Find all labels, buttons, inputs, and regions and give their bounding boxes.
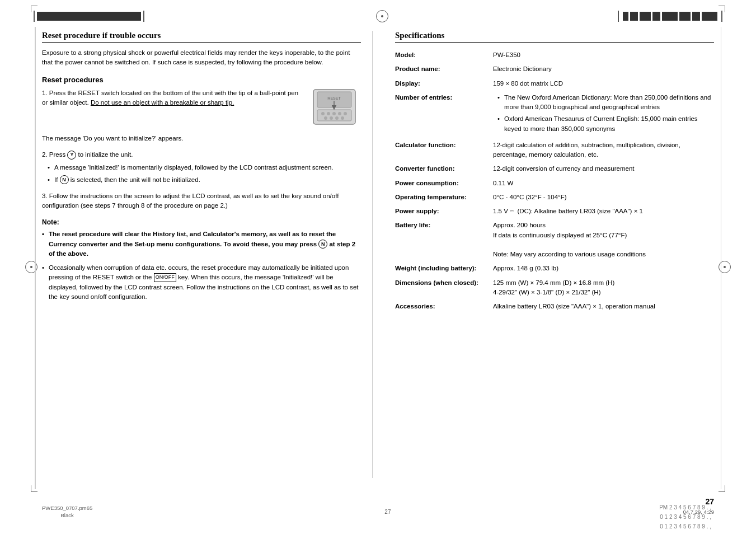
spec-value-operating-temp: 0°C - 40°C (32°F - 104°F) [493,190,714,204]
page: Reset procedure if trouble occurs Exposu… [0,0,756,534]
spec-label-dimensions: Dimensions (when closed): [395,276,493,300]
note-2-text: Occasionally when corruption of data etc… [49,264,359,300]
number-seq-1: PM 2 3 4 5 6 7 8 9 . , [659,503,711,512]
spec-label-model: Model: [395,48,493,62]
step-3-text: 3. Follow the instructions on the screen… [42,191,361,211]
right-section-heading: Specifications [395,31,714,43]
spec-row-power-supply: Power supply: 1.5 V ⎓ (DC): Alkaline bat… [395,204,714,218]
svg-point-9 [330,116,333,120]
note-label: Note: [42,218,361,226]
svg-point-3 [321,112,325,115]
spec-row-battery: Battery life: Approx. 200 hours If data … [395,218,714,261]
spec-label-weight: Weight (including battery): [395,261,493,275]
spec-value-model: PW-E350 [493,48,714,62]
bar-block [692,12,700,21]
key-y: Y [67,151,76,160]
note-box: Note: The reset procedure will clear the… [42,218,361,302]
note-2: Occasionally when corruption of data etc… [42,263,361,302]
key-n-inline: N [60,175,69,184]
spec-row-model: Model: PW-E350 [395,48,714,62]
number-seq-3: 0 1 2 3 4 5 6 7 8 9 . , [659,522,711,531]
bar-edge-right [721,11,722,22]
step-3: 3. Follow the instructions on the screen… [42,191,361,211]
bar-edge [618,11,619,22]
spec-value-accessories: Alkaline battery LR03 (size "AAA") × 1, … [493,299,714,313]
left-section-heading: Reset procedure if trouble occurs [42,31,361,43]
bar-block [640,12,651,21]
bar-block [623,12,628,21]
bar-block [83,12,91,21]
center-crosshair-container [147,10,618,22]
step-2-bullets: A message 'Initialized!' is momentarily … [48,163,361,185]
number-seq-2: 0 1 2 3 4 5 6 7 8 9 . , [659,512,711,522]
bar-block [118,12,125,21]
top-decorative-bar [34,10,722,22]
center-crosshair-icon [376,10,388,22]
spec-row-dimensions: Dimensions (when closed): 125 mm (W) × 7… [395,276,714,300]
spec-label-accessories: Accessories: [395,299,493,313]
crosshair-circle [25,261,37,273]
bar-block [72,12,83,21]
note-list: The reset procedure will clear the Histo… [42,229,361,302]
corner-br [719,485,725,492]
svg-point-8 [324,116,327,120]
step-1-image: RESET [311,88,361,130]
step-2-text: 2. Press Y to initialize the unit. [42,150,361,160]
note-1-text: The reset procedure will clear the Histo… [49,231,355,257]
spec-value-calc: 12-digit calculation of addition, subtra… [493,138,714,162]
spec-row-entries: Number of entries: The New Oxford Americ… [395,91,714,138]
svg-rect-2 [317,110,351,121]
spec-value-entries: The New Oxford American Dictionary: More… [493,91,714,138]
bar-block [662,12,678,21]
spec-label-operating-temp: Operating temperature: [395,190,493,204]
corner-bl [31,485,37,492]
spec-label-power-consumption: Power consumption: [395,176,493,190]
bar-block [125,12,141,21]
step-1-text: 1. Press the RESET switch located on the… [42,88,305,130]
spec-label-entries: Number of entries: [395,91,493,138]
step-2: 2. Press Y to initialize the unit. A mes… [42,150,361,185]
bar-block [48,12,56,21]
spec-value-weight: Approx. 148 g (0.33 lb) [493,261,714,275]
bar-block [679,12,691,21]
bar-block [37,12,48,21]
note-1: The reset procedure will clear the Histo… [42,229,361,259]
step-1-number: 1. [42,90,49,96]
sub-heading: Reset procedures [42,76,361,84]
svg-point-10 [335,116,339,120]
bottom-bar: PWE350_0707.pm65 Black 27 04.7.29, 4:29 [42,505,714,518]
left-crosshair-icon [25,261,37,273]
on-off-key: ON/OFF [154,273,176,282]
main-content: Reset procedure if trouble occurs Exposu… [42,31,714,478]
spec-row-operating-temp: Operating temperature: 0°C - 40°C (32°F … [395,190,714,204]
bar-block [652,12,660,21]
spec-label-product: Product name: [395,62,493,76]
bottom-color: Black [42,512,92,518]
spec-row-display: Display: 159 × 80 dot matrix LCD [395,77,714,91]
spec-value-converter: 12-digit conversion of currency and meas… [493,162,714,176]
spec-label-battery: Battery life: [395,218,493,261]
bar-block [702,12,717,21]
right-column: Specifications Model: PW-E350 Product na… [389,31,714,478]
spec-value-battery: Approx. 200 hours If data is continuousl… [493,218,714,261]
spec-value-dimensions: 125 mm (W) × 79.4 mm (D) × 16.8 mm (H) 4… [493,276,714,300]
svg-point-7 [344,112,347,115]
spec-row-product: Product name: Electronic Dictionary [395,62,714,76]
spec-value-power-consumption: 0.11 W [493,176,714,190]
step-1: 1. Press the RESET switch located on the… [42,88,361,144]
spec-row-power-consumption: Power consumption: 0.11 W [395,176,714,190]
left-margin-line [35,27,36,489]
intro-text: Exposure to a strong physical shock or p… [42,48,361,68]
spec-value-display: 159 × 80 dot matrix LCD [493,77,714,91]
bottom-number-sequences: PM 2 3 4 5 6 7 8 9 . , 0 1 2 3 4 5 6 7 8… [659,503,711,531]
step-1-message: The message 'Do you want to initialize?'… [42,134,361,143]
spec-value-product: Electronic Dictionary [493,62,714,76]
entries-bullet-1: The New Oxford American Dictionary: More… [497,93,714,113]
bar-edge-left [34,11,35,22]
step-2-bullet-2: If N is selected, then the unit will not… [48,175,361,185]
svg-point-4 [327,112,330,115]
svg-point-11 [341,116,344,120]
bar-block [91,12,106,21]
bar-block [630,12,638,21]
bar-block [106,12,118,21]
